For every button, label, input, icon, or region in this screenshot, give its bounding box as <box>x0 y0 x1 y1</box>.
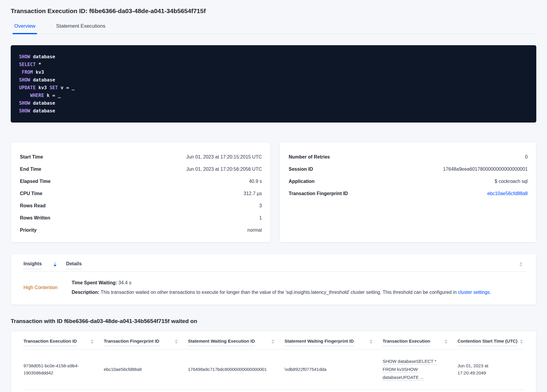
time-spent-waiting-value: 34.4 s <box>117 280 131 285</box>
sort-icon[interactable] <box>175 339 178 344</box>
sql-line: SHOW database <box>19 107 528 115</box>
sort-icon[interactable] <box>520 339 523 344</box>
stat-value: Jun 01, 2023 at 17:20:56:2056 UTC <box>186 167 262 172</box>
cluster-settings-link[interactable]: cluster settings <box>458 290 490 295</box>
sort-down-icon <box>271 342 274 344</box>
sort-up-icon <box>520 339 523 341</box>
stat-label: Rows Read <box>20 203 45 208</box>
sql-lines: SHOW databaseSELECT * FROM kv3SHOW datab… <box>19 53 528 115</box>
sql-token <box>19 70 22 75</box>
time-spent-waiting-label: Time Spent Waiting: <box>72 280 117 285</box>
sql-keyword: WHERE <box>30 93 44 98</box>
waited-on-table-header: Transaction Execution ID Transaction Fin… <box>23 338 524 346</box>
sql-keyword: FROM <box>22 70 33 75</box>
tab-overview[interactable]: Overview <box>12 23 37 34</box>
waited-on-heading: Transaction with ID f6be6366-da03-48de-a… <box>11 318 536 324</box>
summary-cards: Start TimeJun 01, 2023 at 17:20:15:2015 … <box>11 142 536 242</box>
transaction-details-page: Transaction Execution ID: f6be6366-da03-… <box>0 7 547 392</box>
sort-down-icon <box>519 265 522 266</box>
column-header-transaction-execution: Transaction Execution <box>383 338 458 346</box>
stat-value: 312.7 µs <box>243 191 262 196</box>
insight-description: Description: This transaction waited on … <box>72 289 491 296</box>
column-header-label[interactable]: Transaction Fingerprint ID <box>104 338 159 346</box>
sql-statement-box: SHOW databaseSELECT * FROM kv3SHOW datab… <box>11 45 536 123</box>
sort-down-icon <box>175 342 178 344</box>
cell-statement-waiting-fingerprint-id: \xdb8922f077541dda <box>284 366 383 373</box>
sql-token: database <box>30 101 55 106</box>
sql-keyword: SHOW <box>19 101 30 106</box>
session-stats-card: Number of Retries0Session ID17648a9eea60… <box>279 142 536 242</box>
stat-row: CPU Time312.7 µs <box>20 187 262 200</box>
page-title: Transaction Execution ID: f6be6366-da03-… <box>11 7 536 15</box>
stat-row: Rows Written1 <box>20 212 262 224</box>
stat-value: 3 <box>259 203 262 208</box>
sort-up-icon <box>519 262 522 264</box>
sort-up-icon <box>54 262 56 264</box>
sql-line: SHOW database <box>19 76 528 84</box>
sql-token: database <box>30 77 55 83</box>
cell-transaction-execution: SHOW databaseSELECT * FROM kv3SHOW datab… <box>383 357 458 381</box>
transaction-fingerprint-link[interactable]: ebc10ae56cfd88a8 <box>487 191 528 196</box>
stat-label: Application <box>289 179 315 184</box>
stat-row: Session ID17648a9eea60178000000000000000… <box>289 163 528 175</box>
table-footer <box>23 390 524 392</box>
sql-line: SHOW database <box>19 99 528 107</box>
column-header-contention-start-time: Contention Start Time (UTC) <box>458 338 524 346</box>
cell-transaction-fingerprint-id: ebc10ae56cfd88a8 <box>104 366 188 373</box>
stat-label: Rows Written <box>20 215 50 221</box>
cell-transaction-execution-id: 9738d051-bc0e-4158-a9b4-1903586ddd42 <box>23 362 104 377</box>
sort-icon[interactable] <box>370 339 372 344</box>
column-header-transaction-execution-id: Transaction Execution ID <box>23 338 104 346</box>
stat-value: 1 <box>259 215 262 221</box>
sql-keyword: UPDATE <box>19 85 36 90</box>
stat-row: Number of Retries0 <box>289 151 528 163</box>
stat-row: Transaction Fingerprint IDebc10ae56cfd88… <box>289 187 528 200</box>
sql-line: WHERE k = _ <box>19 92 528 99</box>
column-header-label[interactable]: Contention Start Time (UTC) <box>458 338 517 346</box>
stat-label: Session ID <box>289 167 313 172</box>
description-label: Description: <box>72 290 99 295</box>
high-contention-badge: High Contention <box>23 285 58 290</box>
waited-on-table-card: Transaction Execution ID Transaction Fin… <box>11 331 536 392</box>
sql-line: SHOW database <box>19 53 528 61</box>
stat-value: 0 <box>525 154 528 160</box>
session-stats-rows: Number of Retries0Session ID17648a9eea60… <box>289 151 528 200</box>
sort-down-icon <box>370 342 372 344</box>
sort-down-icon <box>444 342 447 344</box>
sort-icon[interactable] <box>444 339 447 344</box>
sql-keyword: SET <box>50 85 58 90</box>
sql-line: FROM kv3 <box>19 68 528 76</box>
sql-token: kv3 <box>33 70 44 75</box>
column-header-statement-waiting-execution-id: Statement Waiting Execution ID <box>188 338 284 346</box>
column-header-label[interactable]: Statement Waiting Execution ID <box>188 338 255 346</box>
transaction-execution-truncated-link[interactable]: SHOW databaseSELECT * FROM kv3SHOW datab… <box>383 359 436 381</box>
sort-icon[interactable] <box>54 262 56 266</box>
insight-row: High Contention Time Spent Waiting: 34.4… <box>23 272 527 296</box>
sort-icon[interactable] <box>519 262 522 266</box>
sort-icon[interactable] <box>91 339 94 344</box>
timing-stats-card: Start TimeJun 01, 2023 at 17:20:15:2015 … <box>11 142 271 242</box>
sort-down-icon <box>520 342 523 344</box>
sql-token: * <box>36 62 41 67</box>
description-suffix: . <box>490 290 491 295</box>
column-header-label[interactable]: Statement Waiting Fingerprint ID <box>284 338 354 346</box>
sort-down-icon <box>91 342 94 344</box>
stat-value: 40.9 s <box>249 179 262 184</box>
insights-card: Insights Details High Contention Time Sp… <box>11 254 536 305</box>
tab-statement-executions[interactable]: Statement Executions <box>54 23 107 34</box>
sql-token: kv3 <box>36 85 50 90</box>
details-column-header[interactable]: Details <box>66 261 81 269</box>
time-spent-waiting: Time Spent Waiting: 34.4 s <box>72 280 491 286</box>
sort-up-icon <box>175 339 178 341</box>
sql-keyword: SELECT <box>19 62 36 67</box>
sql-token: k = _ <box>44 93 61 98</box>
cell-statement-waiting-execution-id: 176498a9c717bdc80000000000000001 <box>188 366 284 373</box>
column-header-label[interactable]: Transaction Execution ID <box>23 338 77 346</box>
sort-icon[interactable] <box>271 339 274 344</box>
cell-contention-start-time: Jun 01, 2023 at 17:20:49:2049 <box>458 362 524 377</box>
insights-column-header[interactable]: Insights <box>23 261 42 269</box>
column-header-label[interactable]: Transaction Execution <box>383 338 430 346</box>
sql-token: v = _ <box>58 85 75 90</box>
stat-value: $ cockroach sql <box>495 179 528 184</box>
stat-label: Transaction Fingerprint ID <box>289 191 348 196</box>
